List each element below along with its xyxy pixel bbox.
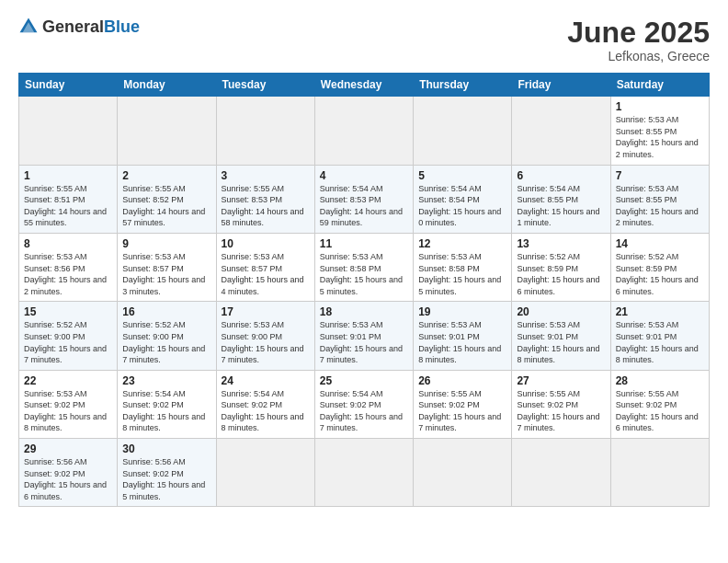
day-info: Sunrise: 5:55 AMSunset: 8:51 PMDaylight:… bbox=[24, 183, 112, 229]
day-number: 3 bbox=[222, 169, 310, 182]
header: GeneralBlue June 2025 Lefkonas, Greece bbox=[18, 17, 710, 63]
calendar-cell: 19Sunrise: 5:53 AMSunset: 9:01 PMDayligh… bbox=[414, 302, 512, 370]
calendar-cell: 28Sunrise: 5:55 AMSunset: 9:02 PMDayligh… bbox=[610, 370, 709, 438]
header-monday: Monday bbox=[118, 74, 216, 97]
day-number: 17 bbox=[222, 305, 310, 318]
day-number: 25 bbox=[320, 374, 408, 387]
day-number: 24 bbox=[222, 374, 310, 387]
calendar-cell: 30Sunrise: 5:56 AMSunset: 9:02 PMDayligh… bbox=[118, 439, 216, 507]
day-number: 13 bbox=[517, 237, 605, 250]
day-info: Sunrise: 5:56 AMSunset: 9:02 PMDaylight:… bbox=[122, 456, 210, 502]
day-number: 20 bbox=[517, 305, 605, 318]
calendar-cell: 3Sunrise: 5:55 AMSunset: 8:53 PMDaylight… bbox=[216, 165, 314, 233]
calendar-cell: 23Sunrise: 5:54 AMSunset: 9:02 PMDayligh… bbox=[118, 370, 216, 438]
calendar-week-5: 29Sunrise: 5:56 AMSunset: 9:02 PMDayligh… bbox=[19, 439, 710, 507]
day-info: Sunrise: 5:53 AMSunset: 8:55 PMDaylight:… bbox=[616, 114, 704, 160]
day-info: Sunrise: 5:53 AMSunset: 9:01 PMDaylight:… bbox=[517, 319, 605, 365]
day-number: 30 bbox=[122, 442, 210, 455]
day-info: Sunrise: 5:53 AMSunset: 8:57 PMDaylight:… bbox=[122, 251, 210, 297]
calendar-cell: 21Sunrise: 5:53 AMSunset: 9:01 PMDayligh… bbox=[610, 302, 709, 370]
calendar-cell bbox=[314, 97, 413, 165]
calendar-week-2: 8Sunrise: 5:53 AMSunset: 8:56 PMDaylight… bbox=[19, 233, 710, 301]
calendar-cell: 10Sunrise: 5:53 AMSunset: 8:57 PMDayligh… bbox=[216, 233, 314, 301]
calendar-cell bbox=[414, 439, 512, 507]
day-number: 1 bbox=[24, 169, 112, 182]
day-number: 11 bbox=[320, 237, 408, 250]
day-number: 28 bbox=[616, 374, 704, 387]
calendar-cell bbox=[19, 97, 118, 165]
calendar-cell: 2Sunrise: 5:55 AMSunset: 8:52 PMDaylight… bbox=[118, 165, 216, 233]
location: Lefkonas, Greece bbox=[567, 49, 710, 63]
calendar-cell bbox=[610, 439, 709, 507]
day-info: Sunrise: 5:53 AMSunset: 8:56 PMDaylight:… bbox=[24, 251, 112, 297]
title-area: June 2025 Lefkonas, Greece bbox=[567, 17, 710, 63]
calendar-cell bbox=[314, 439, 413, 507]
calendar-cell: 6Sunrise: 5:54 AMSunset: 8:55 PMDaylight… bbox=[512, 165, 610, 233]
calendar-cell: 4Sunrise: 5:54 AMSunset: 8:53 PMDaylight… bbox=[314, 165, 413, 233]
day-info: Sunrise: 5:55 AMSunset: 9:02 PMDaylight:… bbox=[418, 388, 506, 434]
day-number: 15 bbox=[24, 305, 112, 318]
day-info: Sunrise: 5:52 AMSunset: 8:59 PMDaylight:… bbox=[616, 251, 704, 297]
day-number: 2 bbox=[122, 169, 210, 182]
logo: GeneralBlue bbox=[18, 17, 140, 37]
day-number: 5 bbox=[418, 169, 506, 182]
day-number: 23 bbox=[122, 374, 210, 387]
day-info: Sunrise: 5:52 AMSunset: 8:59 PMDaylight:… bbox=[517, 251, 605, 297]
calendar-cell: 8Sunrise: 5:53 AMSunset: 8:56 PMDaylight… bbox=[19, 233, 118, 301]
calendar-week-0: 1Sunrise: 5:53 AMSunset: 8:55 PMDaylight… bbox=[19, 97, 710, 165]
calendar-table: Sunday Monday Tuesday Wednesday Thursday… bbox=[18, 73, 710, 507]
calendar-cell: 13Sunrise: 5:52 AMSunset: 8:59 PMDayligh… bbox=[512, 233, 610, 301]
calendar-week-3: 15Sunrise: 5:52 AMSunset: 9:00 PMDayligh… bbox=[19, 302, 710, 370]
day-info: Sunrise: 5:53 AMSunset: 8:58 PMDaylight:… bbox=[320, 251, 408, 297]
day-info: Sunrise: 5:54 AMSunset: 9:02 PMDaylight:… bbox=[320, 388, 408, 434]
day-number: 6 bbox=[517, 169, 605, 182]
header-wednesday: Wednesday bbox=[314, 74, 413, 97]
calendar-cell bbox=[512, 439, 610, 507]
calendar-cell: 24Sunrise: 5:54 AMSunset: 9:02 PMDayligh… bbox=[216, 370, 314, 438]
calendar-cell: 9Sunrise: 5:53 AMSunset: 8:57 PMDaylight… bbox=[118, 233, 216, 301]
calendar-cell bbox=[414, 97, 512, 165]
day-info: Sunrise: 5:52 AMSunset: 9:00 PMDaylight:… bbox=[122, 319, 210, 365]
logo-icon bbox=[18, 17, 39, 37]
day-info: Sunrise: 5:53 AMSunset: 9:02 PMDaylight:… bbox=[24, 388, 112, 434]
calendar-cell bbox=[118, 97, 216, 165]
calendar-cell: 11Sunrise: 5:53 AMSunset: 8:58 PMDayligh… bbox=[314, 233, 413, 301]
day-info: Sunrise: 5:54 AMSunset: 8:53 PMDaylight:… bbox=[320, 183, 408, 229]
calendar-cell bbox=[216, 97, 314, 165]
day-number: 21 bbox=[616, 305, 704, 318]
day-info: Sunrise: 5:53 AMSunset: 8:57 PMDaylight:… bbox=[222, 251, 310, 297]
calendar-cell: 22Sunrise: 5:53 AMSunset: 9:02 PMDayligh… bbox=[19, 370, 118, 438]
day-info: Sunrise: 5:56 AMSunset: 9:02 PMDaylight:… bbox=[24, 456, 112, 502]
day-number: 26 bbox=[418, 374, 506, 387]
day-number: 7 bbox=[616, 169, 704, 182]
calendar-cell: 15Sunrise: 5:52 AMSunset: 9:00 PMDayligh… bbox=[19, 302, 118, 370]
day-number: 8 bbox=[24, 237, 112, 250]
calendar-cell: 25Sunrise: 5:54 AMSunset: 9:02 PMDayligh… bbox=[314, 370, 413, 438]
calendar-cell: 20Sunrise: 5:53 AMSunset: 9:01 PMDayligh… bbox=[512, 302, 610, 370]
day-number: 29 bbox=[24, 442, 112, 455]
day-info: Sunrise: 5:55 AMSunset: 8:52 PMDaylight:… bbox=[122, 183, 210, 229]
calendar-cell: 16Sunrise: 5:52 AMSunset: 9:00 PMDayligh… bbox=[118, 302, 216, 370]
day-info: Sunrise: 5:55 AMSunset: 9:02 PMDaylight:… bbox=[517, 388, 605, 434]
calendar-week-1: 1Sunrise: 5:55 AMSunset: 8:51 PMDaylight… bbox=[19, 165, 710, 233]
day-info: Sunrise: 5:53 AMSunset: 8:55 PMDaylight:… bbox=[616, 183, 704, 229]
calendar-cell: 1Sunrise: 5:53 AMSunset: 8:55 PMDaylight… bbox=[610, 97, 709, 165]
day-info: Sunrise: 5:55 AMSunset: 8:53 PMDaylight:… bbox=[222, 183, 310, 229]
day-number: 19 bbox=[418, 305, 506, 318]
calendar-body: 1Sunrise: 5:53 AMSunset: 8:55 PMDaylight… bbox=[19, 97, 710, 507]
calendar-cell: 17Sunrise: 5:53 AMSunset: 9:00 PMDayligh… bbox=[216, 302, 314, 370]
header-saturday: Saturday bbox=[610, 74, 709, 97]
day-info: Sunrise: 5:54 AMSunset: 8:54 PMDaylight:… bbox=[418, 183, 506, 229]
calendar-cell: 1Sunrise: 5:55 AMSunset: 8:51 PMDaylight… bbox=[19, 165, 118, 233]
day-number: 22 bbox=[24, 374, 112, 387]
calendar-cell: 12Sunrise: 5:53 AMSunset: 8:58 PMDayligh… bbox=[414, 233, 512, 301]
calendar-cell: 14Sunrise: 5:52 AMSunset: 8:59 PMDayligh… bbox=[610, 233, 709, 301]
calendar-cell: 26Sunrise: 5:55 AMSunset: 9:02 PMDayligh… bbox=[414, 370, 512, 438]
day-number: 1 bbox=[616, 100, 704, 113]
day-info: Sunrise: 5:52 AMSunset: 9:00 PMDaylight:… bbox=[24, 319, 112, 365]
month-title: June 2025 bbox=[567, 17, 710, 49]
day-info: Sunrise: 5:53 AMSunset: 9:01 PMDaylight:… bbox=[616, 319, 704, 365]
day-number: 14 bbox=[616, 237, 704, 250]
day-number: 12 bbox=[418, 237, 506, 250]
calendar-cell: 27Sunrise: 5:55 AMSunset: 9:02 PMDayligh… bbox=[512, 370, 610, 438]
